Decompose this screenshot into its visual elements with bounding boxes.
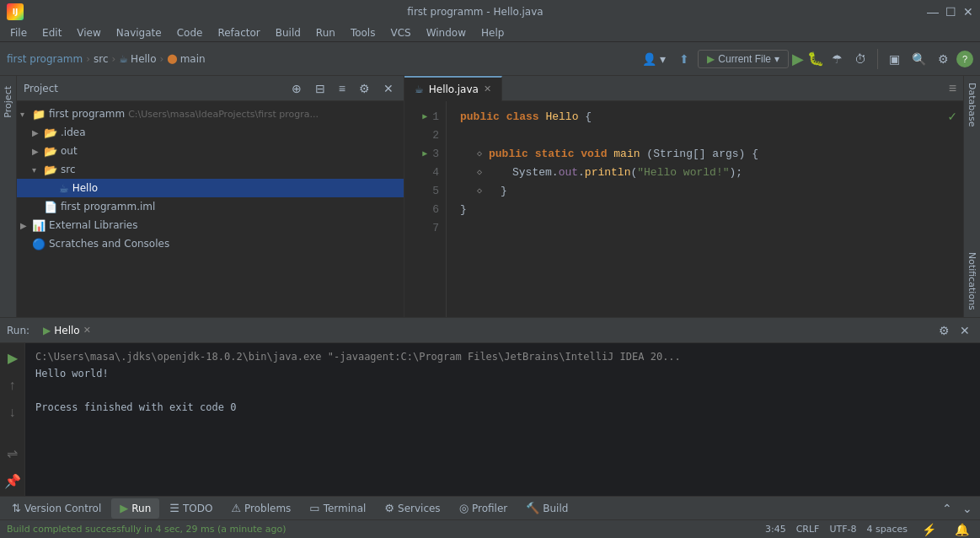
left-side-panel: Project <box>0 76 17 317</box>
notifications-btn[interactable]: 🔔 <box>951 519 973 539</box>
tree-label-root: first programm <box>49 108 125 120</box>
tree-label-iml: first programm.iml <box>61 201 155 213</box>
menu-view[interactable]: View <box>70 25 107 40</box>
bottom-tab-run[interactable]: ▶ Run <box>111 498 159 519</box>
menu-tools[interactable]: Tools <box>344 25 383 40</box>
breadcrumb-hello[interactable]: ☕ Hello <box>119 53 156 65</box>
vcs-update-btn[interactable]: ⬆ <box>674 49 694 69</box>
menu-help[interactable]: Help <box>474 25 511 40</box>
run-config-selector[interactable]: ▶ Current File ▾ <box>698 50 789 68</box>
run-tab-name: Hello <box>54 325 79 336</box>
toolbar-sep <box>877 49 878 69</box>
expand-up-btn[interactable]: ⌃ <box>938 498 956 519</box>
tree-item-root[interactable]: ▾ 📁 first programm C:\Users\masa\IdeaPro… <box>17 105 404 123</box>
breadcrumb-src[interactable]: src <box>94 53 109 65</box>
profile-button[interactable]: ⏱ <box>850 49 870 69</box>
profile-dropdown-btn[interactable]: 👤 ▾ <box>637 49 671 69</box>
bottom-tab-problems[interactable]: ⚠ Problems <box>222 498 299 519</box>
scroll-up-btn[interactable]: ↑ <box>6 374 19 396</box>
scroll-down-btn[interactable]: ↓ <box>6 401 19 423</box>
menu-edit[interactable]: Edit <box>35 25 68 40</box>
bottom-tab-terminal[interactable]: ▭ Terminal <box>301 498 374 519</box>
editor-tab-hello[interactable]: ☕ Hello.java ✕ <box>404 76 502 101</box>
close-button[interactable]: ✕ <box>963 5 973 19</box>
status-encoding[interactable]: UTF-8 <box>829 524 856 535</box>
wrap-btn[interactable]: ⇌ <box>3 442 21 465</box>
tree-item-hello[interactable]: ☕ Hello <box>17 179 404 197</box>
menu-file[interactable]: File <box>3 25 34 40</box>
expand-down-btn[interactable]: ⌄ <box>958 498 977 519</box>
run-button[interactable]: ▶ <box>792 50 804 68</box>
rerun-button[interactable]: ▶ <box>4 347 21 369</box>
bottom-tab-todo[interactable]: ☰ TODO <box>161 498 221 519</box>
bottom-tab-build[interactable]: 🔨 Build <box>517 498 576 519</box>
type-system: System <box>512 164 552 182</box>
tree-item-ext-libs[interactable]: ▶ 📊 External Libraries <box>17 216 404 234</box>
breadcrumb-main[interactable]: ⬤ main <box>167 53 205 65</box>
bottom-tab-terminal-label: Terminal <box>324 503 367 514</box>
tree-arrow-hello <box>47 184 59 193</box>
project-panel-header: Project ⊕ ⊟ ≡ ⚙ ✕ <box>17 76 404 101</box>
status-line-ending[interactable]: CRLF <box>796 524 820 535</box>
editor-tab-close[interactable]: ✕ <box>484 83 491 94</box>
pin-btn[interactable]: 📌 <box>1 470 24 492</box>
run-hello-tab[interactable]: ▶ Hello ✕ <box>35 322 99 339</box>
panel-settings-btn[interactable]: ⚙ <box>356 80 373 97</box>
run-output-hello: Hello world! <box>35 365 970 382</box>
run-output-cmd: C:\Users\masa\.jdks\openjdk-18.0.2\bin\j… <box>35 348 970 365</box>
search-button[interactable]: 🔍 <box>908 49 930 69</box>
menu-vcs[interactable]: VCS <box>383 25 417 40</box>
collapse-all-btn[interactable]: ⊟ <box>312 80 329 97</box>
code-content[interactable]: public class Hello { ✓ ◇ public static v… <box>447 101 963 317</box>
src-folder-icon: 📂 <box>44 164 57 176</box>
menu-refactor[interactable]: Refactor <box>211 25 266 40</box>
tree-item-iml[interactable]: 📄 first programm.iml <box>17 197 404 216</box>
status-indent[interactable]: 4 spaces <box>867 524 908 535</box>
run-config-label: Current File <box>718 53 771 65</box>
run-panel-settings[interactable]: ⚙ <box>935 322 953 339</box>
database-tab[interactable]: Database <box>965 76 979 134</box>
breadcrumb-project[interactable]: first programm <box>7 53 83 65</box>
bottom-tab-services[interactable]: ⚙ Services <box>376 498 448 519</box>
maximize-button[interactable]: ☐ <box>945 5 956 19</box>
tree-item-idea[interactable]: ▶ 📂 .idea <box>17 123 404 142</box>
toggle-button[interactable]: ▣ <box>885 49 904 69</box>
bottom-tab-version-control[interactable]: ⇅ Version Control <box>3 498 110 519</box>
ext-libs-icon: 📊 <box>32 219 46 232</box>
editor-tab-icon: ☕ <box>415 83 424 95</box>
tree-label-out: out <box>61 145 78 157</box>
menu-build[interactable]: Build <box>269 25 308 40</box>
add-content-btn[interactable]: ⊕ <box>288 80 305 97</box>
debug-button[interactable]: 🐛 <box>807 51 824 67</box>
power-mode-btn[interactable]: ⚡ <box>918 519 940 539</box>
punct-dot-1: . <box>552 164 559 182</box>
minimize-button[interactable]: — <box>927 5 939 19</box>
run-panel-header: Run: ▶ Hello ✕ ⚙ ✕ <box>0 318 980 343</box>
settings-button[interactable]: ⚙ <box>934 49 953 69</box>
tree-item-out[interactable]: ▶ 📂 out <box>17 142 404 160</box>
menu-run[interactable]: Run <box>309 25 342 40</box>
line-number-4: 4 <box>432 164 439 182</box>
run-tab-close[interactable]: ✕ <box>83 325 91 336</box>
problems-icon: ⚠ <box>231 502 241 514</box>
tree-item-scratches[interactable]: 🔵 Scratches and Consoles <box>17 234 404 253</box>
menu-code[interactable]: Code <box>170 25 210 40</box>
str-hello-world: "Hello world!" <box>637 164 729 182</box>
menu-window[interactable]: Window <box>420 25 473 40</box>
kw-public-1: public <box>460 108 500 126</box>
bottom-tab-profiler[interactable]: ◎ Profiler <box>451 498 517 519</box>
method-println: println <box>585 164 631 182</box>
kw-class: class <box>506 108 539 126</box>
project-tab-vertical[interactable]: Project <box>1 79 15 125</box>
tree-item-src[interactable]: ▾ 📂 src <box>17 160 404 179</box>
build-status: Build completed successfully in 4 sec, 2… <box>7 524 287 535</box>
code-editor[interactable]: ▶ 1 2 ▶ 3 4 5 6 <box>404 101 963 317</box>
run-panel-minimize[interactable]: ✕ <box>956 322 973 339</box>
expand-all-btn[interactable]: ≡ <box>335 80 349 97</box>
menu-navigate[interactable]: Navigate <box>110 25 169 40</box>
help-button[interactable]: ? <box>956 51 973 67</box>
close-panel-btn[interactable]: ✕ <box>380 80 397 97</box>
tabs-menu-button[interactable]: ≡ <box>942 81 963 96</box>
coverage-button[interactable]: ☂ <box>827 49 847 69</box>
notifications-tab[interactable]: Notifications <box>965 245 979 317</box>
